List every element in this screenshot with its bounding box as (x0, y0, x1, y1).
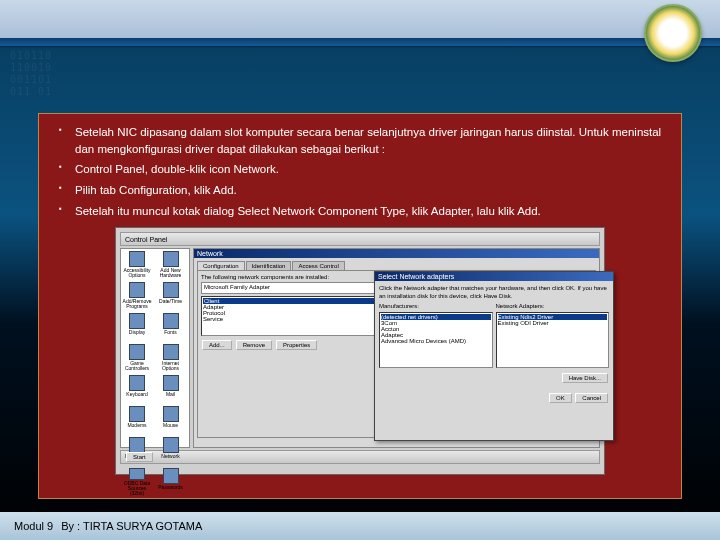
embedded-screenshot: Control Panel Accessibility OptionsAdd N… (115, 227, 605, 475)
dialog-titlebar: Select Network adapters (375, 272, 613, 281)
bullet-item: Setelah itu muncul kotak dialog Select N… (53, 203, 667, 220)
module-label: Modul 9 (14, 520, 53, 532)
control-panel-icon[interactable]: Modems (123, 406, 151, 434)
slide: 010110110010001101011 01 Setelah NIC dip… (0, 0, 720, 540)
start-button[interactable]: Start (126, 452, 153, 462)
control-panel-icon[interactable]: Network (157, 437, 185, 465)
control-panel-icon[interactable]: Display (123, 313, 151, 341)
control-panel-icon[interactable]: Add/Remove Programs (123, 282, 151, 310)
window-toolbar: Control Panel (120, 232, 600, 246)
control-panel-icon[interactable]: Mouse (157, 406, 185, 434)
dialog-cancel-button[interactable]: Cancel (575, 393, 608, 403)
window-title: Control Panel (125, 236, 167, 243)
logo-badge (644, 4, 702, 62)
network-window: Network Configuration Identification Acc… (193, 248, 600, 448)
tab-access-control[interactable]: Access Control (292, 261, 344, 270)
control-panel-icon[interactable]: Date/Time (157, 282, 185, 310)
network-tabs: Configuration Identification Access Cont… (197, 261, 596, 270)
manufacturers-label: Manufacturers: (379, 303, 493, 309)
network-titlebar: Network (194, 249, 599, 258)
remove-button[interactable]: Remove (236, 340, 272, 350)
control-panel-icon[interactable]: Mail (157, 375, 185, 403)
bullet-list: Setelah NIC dipasang dalam slot komputer… (53, 124, 667, 219)
background-digits: 010110110010001101011 01 (10, 50, 52, 98)
adapters-list[interactable]: Existing Ndis2 DriverExisting ODI Driver (496, 312, 610, 368)
manufacturers-list[interactable]: (detected net drivers)3ComAcctonAdaptecA… (379, 312, 493, 368)
tab-configuration[interactable]: Configuration (197, 261, 245, 270)
header-divider (0, 38, 720, 46)
control-panel-icon[interactable]: Add New Hardware (157, 251, 185, 279)
control-panel-icon[interactable]: Internet Options (157, 344, 185, 372)
properties-button[interactable]: Properties (276, 340, 317, 350)
control-panel-grid: Accessibility OptionsAdd New HardwareAdd… (120, 248, 190, 448)
control-panel-icon[interactable]: Game Controllers (123, 344, 151, 372)
control-panel-icon[interactable]: Passwords (157, 468, 185, 496)
footer-bar: Modul 9 By : TIRTA SURYA GOTAMA (0, 512, 720, 540)
select-adapter-dialog: Select Network adapters Click the Networ… (374, 271, 614, 441)
control-panel-icon[interactable]: ODBC Data Sources (32bit) (123, 468, 151, 496)
tab-identification[interactable]: Identification (246, 261, 292, 270)
list-item[interactable]: Existing ODI Driver (498, 320, 608, 326)
control-panel-icon[interactable]: Keyboard (123, 375, 151, 403)
add-button[interactable]: Add... (202, 340, 232, 350)
have-disk-button[interactable]: Have Disk... (562, 373, 608, 383)
content-panel: Setelah NIC dipasang dalam slot komputer… (38, 113, 682, 499)
control-panel-icon[interactable]: Accessibility Options (123, 251, 151, 279)
bullet-item: Setelah NIC dipasang dalam slot komputer… (53, 124, 667, 157)
list-item[interactable]: Advanced Micro Devices (AMD) (381, 338, 491, 344)
bullet-item: Control Panel, double-klik icon Network. (53, 161, 667, 178)
author-label: By : TIRTA SURYA GOTAMA (61, 520, 202, 532)
dialog-ok-button[interactable]: OK (549, 393, 572, 403)
taskbar: Start (120, 450, 600, 464)
adapters-label: Network Adapters: (496, 303, 610, 309)
bullet-item: Pilih tab Configuration, klik Add. (53, 182, 667, 199)
control-panel-icon[interactable]: Fonts (157, 313, 185, 341)
header-bar (0, 0, 720, 38)
dialog-instructions: Click the Network adapter that matches y… (379, 285, 609, 299)
